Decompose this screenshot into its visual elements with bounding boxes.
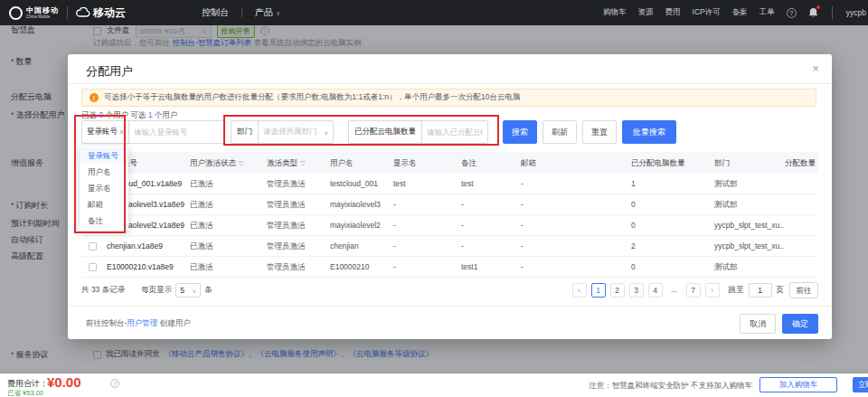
- cell-email: -: [521, 174, 631, 194]
- assigned-count-input[interactable]: [421, 120, 488, 144]
- jump-unit: 页: [777, 285, 785, 296]
- filter-icon[interactable]: ▽: [300, 160, 305, 166]
- row-checkbox[interactable]: [89, 263, 97, 271]
- column-header-label: 分配数量: [785, 158, 816, 167]
- user-management-link[interactable]: 用户管理: [127, 318, 157, 327]
- total-price: ¥0.00: [47, 374, 81, 390]
- per-page-unit: 条: [204, 285, 212, 296]
- cell-qty: [785, 174, 818, 194]
- column-header: 邮箱: [521, 152, 631, 174]
- page-button[interactable]: 4: [648, 283, 663, 298]
- topnav-link[interactable]: ICP许可: [693, 7, 721, 18]
- keyword-input[interactable]: [128, 120, 224, 144]
- notification-bell-icon[interactable]: [808, 7, 818, 18]
- batch-search-button[interactable]: 批量搜索: [622, 120, 676, 144]
- cell-display: -: [393, 236, 461, 256]
- cell-type: 管理员激活: [267, 174, 330, 194]
- console-menu-item[interactable]: 控制台: [189, 6, 241, 19]
- help-icon[interactable]: ?: [787, 8, 797, 18]
- column-header: 激活类型▽: [267, 152, 330, 174]
- table-row: testcloud_001.v1a8e9已激活管理员激活testcloud_00…: [81, 174, 818, 194]
- assigned-count-label: 已分配云电脑数量: [348, 120, 421, 144]
- user-table: 登录账号用户激活状态▽激活类型▽用户名显示名备注邮箱已分配电脑数量部门分配数量 …: [81, 152, 818, 278]
- notification-dot: [816, 5, 820, 9]
- chevron-down-icon: ∨: [193, 288, 196, 294]
- cell-qty: [785, 236, 818, 256]
- column-header-label: 激活类型: [267, 158, 297, 167]
- department-label: 部门: [231, 120, 258, 144]
- filter-icon[interactable]: ▽: [239, 160, 243, 166]
- dropdown-option[interactable]: 邮箱: [80, 196, 128, 213]
- dropdown-option[interactable]: 备注: [80, 213, 128, 229]
- cancel-button[interactable]: 取消: [740, 314, 776, 334]
- column-header-label: 用户名: [330, 158, 354, 167]
- topnav-link[interactable]: 工单: [760, 7, 775, 18]
- column-header-label: 邮箱: [521, 158, 536, 167]
- add-to-cart-button[interactable]: 加入购物车: [760, 377, 837, 392]
- total-records: 33: [91, 285, 99, 294]
- cell-email: -: [521, 194, 631, 214]
- record-count: 共 33 条记录: [81, 285, 125, 296]
- column-header-label: 显示名: [393, 158, 417, 167]
- confirm-button[interactable]: 确定: [782, 314, 818, 334]
- cell-username: mayixiaolevel2: [330, 215, 393, 235]
- chevron-down-icon: ∨: [276, 10, 280, 16]
- refresh-button[interactable]: 刷新: [542, 120, 577, 144]
- modal-title: 分配用户: [86, 63, 133, 80]
- topnav-right: 购物车资源费用ICP许可备案工单 ? yycpb: [603, 6, 868, 19]
- topnav-link[interactable]: 备案: [732, 7, 748, 18]
- buy-now-button[interactable]: 立即购买: [853, 377, 868, 392]
- cell-status: 已激活: [190, 194, 267, 214]
- page-button[interactable]: 2: [610, 283, 625, 298]
- column-header: 已分配电脑数量: [631, 152, 714, 174]
- per-page-select[interactable]: 5 ∨: [175, 283, 201, 298]
- page-button[interactable]: 7: [686, 283, 701, 298]
- dropdown-option[interactable]: 显示名: [80, 180, 128, 196]
- screen: 中国移动 China Mobile 移动云 控制台 产品∨ 购物车资源费用ICP…: [0, 0, 868, 397]
- department-select[interactable]: 请选择所属部门 ∨: [258, 120, 334, 144]
- jump-page-input[interactable]: 1: [749, 283, 772, 298]
- column-header-label: 已分配电脑数量: [631, 158, 685, 167]
- reset-button[interactable]: 重置: [582, 120, 617, 144]
- help-icon[interactable]: ?: [110, 379, 119, 388]
- topnav-link[interactable]: 购物车: [603, 7, 627, 18]
- table-body: testcloud_001.v1a8e9已激活管理员激活testcloud_00…: [81, 174, 818, 278]
- info-banner: ! 可选择小于等于云电脑数量的用户数进行批量分配（要求用户数:电脑数为1:1或者…: [81, 89, 816, 107]
- cell-type: 管理员激活: [267, 236, 330, 256]
- cell-account: E10000210.v1a8e9: [107, 257, 190, 277]
- prev-page-button[interactable]: ‹: [572, 283, 587, 298]
- column-header: 分配数量: [785, 152, 818, 174]
- china-mobile-logo-icon: [9, 6, 23, 20]
- table-row: mayixiaolevel3.v1a8e9已激活管理员激活mayixiaolev…: [81, 194, 818, 215]
- dropdown-option[interactable]: 用户名: [80, 164, 128, 180]
- cell-remark: -: [461, 194, 521, 214]
- topnav-link[interactable]: 资源: [638, 7, 654, 18]
- search-field-selector[interactable]: 登录账号 ∧: [81, 120, 129, 144]
- column-header: 部门: [714, 152, 785, 174]
- products-menu-item[interactable]: 产品∨: [242, 6, 293, 19]
- cell-display: -: [393, 215, 461, 235]
- cell-qty: [785, 194, 818, 214]
- next-page-button[interactable]: ›: [705, 283, 720, 298]
- page-button[interactable]: 1: [591, 283, 606, 298]
- topnav-link[interactable]: 费用: [665, 7, 681, 18]
- chevron-up-icon: ∧: [119, 128, 124, 136]
- assigned-count-filter-group: 已分配云电脑数量: [348, 120, 488, 144]
- assign-user-modal: 分配用户 × ! 可选择小于等于云电脑数量的用户数进行批量分配（要求用户数:电脑…: [68, 54, 832, 339]
- row-checkbox[interactable]: [89, 242, 97, 250]
- page-button[interactable]: 3: [629, 283, 644, 298]
- cell-assigned: 0: [631, 194, 714, 214]
- page-ellipsis: ...: [667, 283, 682, 298]
- dropdown-option[interactable]: 登录账号: [80, 147, 128, 164]
- divider: [68, 306, 832, 307]
- close-icon[interactable]: ×: [812, 61, 819, 75]
- username[interactable]: yycpb: [846, 8, 866, 17]
- search-button[interactable]: 搜索: [503, 120, 537, 144]
- row-checkbox-cell: [81, 257, 107, 277]
- column-header: 用户激活状态▽: [190, 152, 267, 174]
- cell-account: chenjian.v1a8e9: [107, 236, 190, 256]
- go-button[interactable]: 前往: [789, 282, 818, 298]
- search-field-dropdown: 登录账号用户名显示名邮箱备注: [80, 146, 128, 231]
- saved-amount: 已省 ¥53.00: [7, 389, 43, 397]
- department-placeholder: 请选择所属部门: [263, 127, 317, 137]
